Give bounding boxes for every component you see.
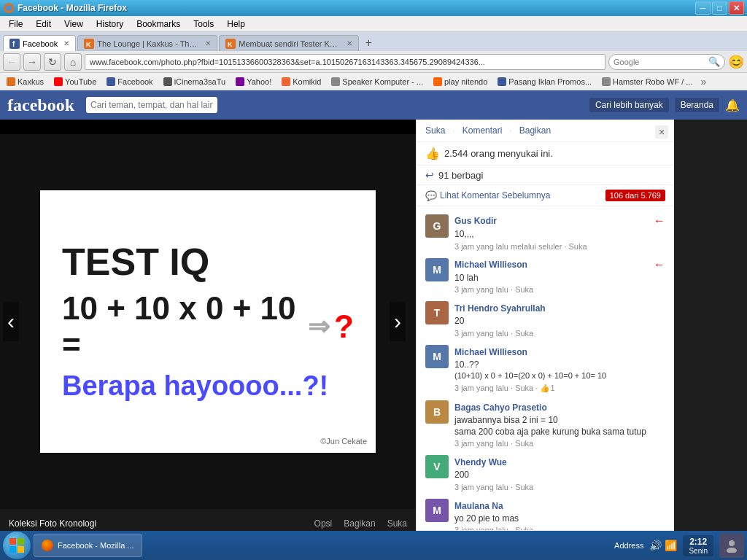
- bookmark-nitendo[interactable]: play nitendo: [430, 77, 491, 87]
- commenter-name-4[interactable]: Michael Willieson: [454, 347, 527, 357]
- thumbs-up-icon: 👍: [425, 147, 440, 160]
- commenter-name-5[interactable]: Bagas Cahyo Prasetio: [454, 402, 547, 413]
- fb-find-more-btn[interactable]: Cari lebih banyak: [589, 98, 669, 112]
- comment-body-2: Michael Willieson ← 10 lah 3 jam yang la…: [454, 258, 665, 295]
- yahoo-bookmark-icon: [236, 77, 244, 86]
- tab-close-tester[interactable]: ✕: [347, 39, 352, 47]
- search-icon[interactable]: 🔍: [708, 56, 720, 67]
- photo-right-dark: [409, 134, 416, 509]
- menu-help[interactable]: Help: [221, 18, 251, 31]
- tab-facebook[interactable]: f Facebook ✕: [3, 35, 76, 51]
- fb-bookmark-icon: [107, 77, 115, 86]
- comment-text-6: 200: [454, 470, 665, 481]
- tab-lounge[interactable]: K The Lounge | Kaxkus - The Largest Ind.…: [77, 35, 217, 51]
- comment-body-6: Vhendy Wue 200 3 jam yang lalu · Suka: [454, 455, 665, 491]
- facebook-search-box[interactable]: [86, 97, 217, 113]
- bookmark-komikid[interactable]: Komikid: [278, 77, 325, 87]
- new-tab-button[interactable]: +: [360, 35, 376, 51]
- comment-count-badge[interactable]: 106 dari 5.769: [605, 190, 665, 201]
- commenter-name-7[interactable]: Maulana Na: [454, 501, 503, 511]
- clock-date: Senin: [689, 547, 708, 555]
- comment-item: G Gus Kodir ← 10,,,, 3 jam yang lalu mel…: [417, 211, 674, 254]
- start-button[interactable]: [3, 532, 31, 559]
- photo-like-btn[interactable]: Suka: [387, 518, 407, 529]
- firefox-icon: [3, 2, 15, 14]
- avatar-vhendy: V: [425, 455, 449, 478]
- bookmark-pasang-iklan[interactable]: Pasang Iklan Promos...: [494, 77, 595, 87]
- menu-tools[interactable]: Tools: [187, 18, 220, 31]
- comment-item: M Michael Willieson 10..?? (10+10) x 0 +…: [417, 341, 674, 397]
- tab-close-lounge[interactable]: ✕: [205, 39, 211, 47]
- comment-body-7: Maulana Na yo 20 pie to mas 3 jam yang l…: [454, 499, 665, 530]
- menu-history[interactable]: History: [90, 18, 129, 31]
- bookmark-icinema[interactable]: iCinema3saTu: [160, 77, 230, 87]
- comment-body-1: Gus Kodir ← 10,,,, 3 jam yang lalu melal…: [454, 214, 665, 251]
- fb-home-btn[interactable]: Beranda: [675, 98, 719, 112]
- action-komentari[interactable]: Komentari: [462, 125, 503, 136]
- commenter-name-6[interactable]: Vhendy Wue: [454, 457, 507, 467]
- photo-share-btn[interactable]: Bagikan: [344, 518, 375, 529]
- forward-button[interactable]: →: [23, 53, 41, 71]
- shares-count: 91 berbagi: [438, 170, 483, 181]
- action-suka[interactable]: Suka: [425, 125, 445, 136]
- tab-close-facebook[interactable]: ✕: [63, 39, 69, 47]
- commenter-name-3[interactable]: Tri Hendro Syahrullah: [454, 303, 546, 314]
- photo-options-btn[interactable]: Opsi: [314, 518, 333, 529]
- bookmark-hamster[interactable]: Hamster Robo WF / ...: [598, 77, 696, 87]
- bookmark-facebook[interactable]: Facebook: [103, 77, 156, 87]
- fb-notifications-icon[interactable]: 🔔: [725, 98, 740, 112]
- taskbar-firefox-btn[interactable]: Facebook - Mozilla ...: [34, 534, 142, 557]
- home-button[interactable]: ⌂: [64, 53, 82, 71]
- menu-file[interactable]: File: [3, 18, 28, 31]
- system-clock[interactable]: 2:12 Senin: [683, 535, 713, 556]
- comment-text-7: yo 20 pie to mas: [454, 513, 665, 525]
- comments-panel: × Suka · Komentari · Bagikan 👍 2.544 ora…: [416, 120, 674, 560]
- photo-collection-label: Koleksi Foto Kronologi: [9, 518, 303, 529]
- network-icon[interactable]: 📶: [665, 540, 677, 551]
- bookmark-youtube[interactable]: YouTube: [50, 77, 100, 87]
- bookmark-yahoo[interactable]: Yahoo!: [232, 77, 275, 87]
- avatar-tri: T: [425, 301, 449, 324]
- volume-icon[interactable]: 🔊: [649, 540, 662, 551]
- test-iq-subtext: Berapa hayoooo...?!: [62, 370, 328, 402]
- comment-item: M Michael Willieson ← 10 lah 3 jam yang …: [417, 254, 674, 298]
- view-prev-link[interactable]: 💬 Lihat Komentar Sebelumnya: [425, 190, 550, 201]
- windows-logo-icon: [9, 537, 25, 553]
- comment-meta-6: 3 jam yang lalu · Suka: [454, 483, 665, 491]
- panel-close-button[interactable]: ×: [655, 125, 668, 139]
- reload-button[interactable]: ↻: [44, 53, 61, 71]
- comments-list: G Gus Kodir ← 10,,,, 3 jam yang lalu mel…: [417, 206, 674, 530]
- address-input[interactable]: [85, 54, 605, 70]
- tab-tester-kabel[interactable]: K Membuat sendiri Tester Kabel | Kaxkus …: [219, 35, 359, 51]
- menu-edit[interactable]: Edit: [30, 18, 57, 31]
- minimize-button[interactable]: ─: [695, 1, 711, 15]
- bookmark-kaskus[interactable]: Kaxkus: [3, 77, 47, 87]
- avatar-michael-1: M: [425, 258, 449, 281]
- commenter-name-2[interactable]: Michael Willieson: [454, 260, 527, 270]
- menu-view[interactable]: View: [58, 18, 89, 31]
- menu-bookmarks[interactable]: Bookmarks: [131, 18, 186, 31]
- content-area: TEST IQ 10 + 10 x 0 + 10 = ⇒ ? Berapa ha…: [0, 120, 747, 560]
- photo-prev-button[interactable]: ‹: [3, 302, 19, 341]
- taskbar-app-label: Facebook - Mozilla ...: [58, 541, 134, 550]
- comment-text-4: 10..?? (10+10) x 0 + 10=(20 x 0) + 10=0 …: [454, 359, 665, 382]
- comment-body-5: Bagas Cahyo Prasetio jawabannya bisa 2 i…: [454, 400, 665, 448]
- svg-rect-9: [18, 538, 24, 545]
- bookmark-speaker[interactable]: Speaker Komputer - ...: [328, 77, 427, 87]
- photo-next-button[interactable]: ›: [390, 302, 406, 341]
- kaskus-tab2-icon: K: [225, 39, 236, 49]
- menu-bar: File Edit View History Bookmarks Tools H…: [0, 16, 747, 32]
- svg-text:K: K: [86, 41, 91, 48]
- sys-tray: 🔊 📶: [649, 540, 677, 551]
- maximize-button[interactable]: □: [712, 1, 727, 15]
- action-bagikan[interactable]: Bagikan: [519, 125, 551, 136]
- user-avatar-taskbar[interactable]: [719, 533, 744, 558]
- search-input[interactable]: [614, 58, 708, 66]
- close-button[interactable]: ✕: [729, 1, 744, 15]
- bookmarks-overflow-icon[interactable]: »: [700, 76, 706, 88]
- commenter-name-1[interactable]: Gus Kodir: [454, 216, 497, 226]
- browser-menu-icon[interactable]: 😊: [728, 54, 744, 70]
- facebook-search-input[interactable]: [90, 100, 213, 110]
- comment-text-2: 10 lah: [454, 273, 665, 284]
- back-button[interactable]: ←: [3, 53, 20, 71]
